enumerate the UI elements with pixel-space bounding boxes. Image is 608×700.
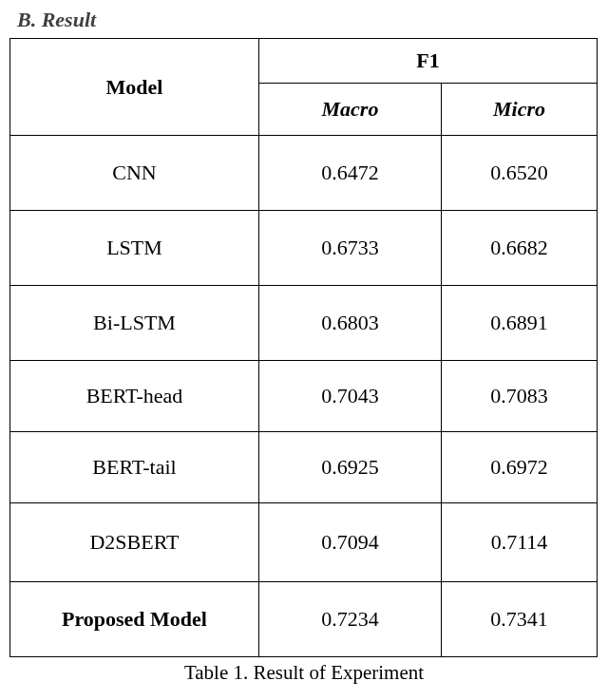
cell-micro: 0.6972 xyxy=(442,432,598,503)
col-header-model: Model xyxy=(10,39,259,136)
cell-model: CNN xyxy=(10,136,259,211)
cell-micro: 0.6682 xyxy=(442,211,598,286)
section-heading: B. Result xyxy=(17,8,598,32)
cell-micro: 0.6891 xyxy=(442,286,598,361)
col-header-micro: Micro xyxy=(442,84,598,136)
cell-macro: 0.7094 xyxy=(259,503,442,582)
table-row: CNN 0.6472 0.6520 xyxy=(10,136,598,211)
cell-model: BERT-tail xyxy=(10,432,259,503)
table-row: D2SBERT 0.7094 0.7114 xyxy=(10,503,598,582)
col-header-f1: F1 xyxy=(259,39,598,84)
cell-micro: 0.7114 xyxy=(442,503,598,582)
cell-macro: 0.6472 xyxy=(259,136,442,211)
cell-model-proposed: Proposed Model xyxy=(10,582,259,657)
cell-macro: 0.6733 xyxy=(259,211,442,286)
cell-macro: 0.6803 xyxy=(259,286,442,361)
cell-micro: 0.7341 xyxy=(442,582,598,657)
table-row: Bi-LSTM 0.6803 0.6891 xyxy=(10,286,598,361)
table-row: Proposed Model 0.7234 0.7341 xyxy=(10,582,598,657)
cell-macro: 0.6925 xyxy=(259,432,442,503)
col-header-macro: Macro xyxy=(259,84,442,136)
cell-micro: 0.7083 xyxy=(442,361,598,432)
table-caption: Table 1. Result of Experiment xyxy=(10,661,598,685)
cell-model: LSTM xyxy=(10,211,259,286)
cell-model: BERT-head xyxy=(10,361,259,432)
table-row: BERT-tail 0.6925 0.6972 xyxy=(10,432,598,503)
cell-model: Bi-LSTM xyxy=(10,286,259,361)
results-table: Model F1 Macro Micro CNN 0.6472 0.6520 L… xyxy=(10,38,598,657)
cell-macro: 0.7043 xyxy=(259,361,442,432)
cell-model: D2SBERT xyxy=(10,503,259,582)
table-header-row: Model F1 xyxy=(10,39,598,84)
cell-micro: 0.6520 xyxy=(442,136,598,211)
cell-macro: 0.7234 xyxy=(259,582,442,657)
table-row: BERT-head 0.7043 0.7083 xyxy=(10,361,598,432)
table-row: LSTM 0.6733 0.6682 xyxy=(10,211,598,286)
